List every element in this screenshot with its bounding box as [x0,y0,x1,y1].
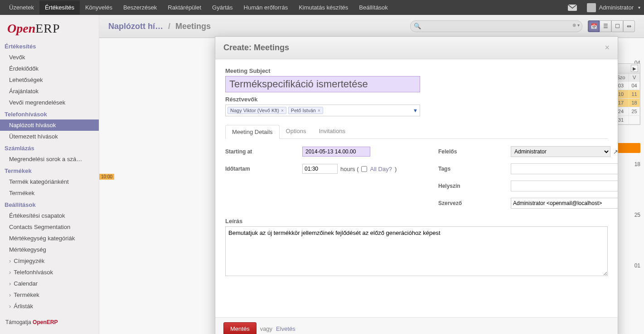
user-menu[interactable]: Administrator ▾ [587,3,640,12]
side-caret-0[interactable]: Címjegyzék [0,255,99,267]
topmenu-2[interactable]: Könyvelés [80,0,118,14]
side-caret-1[interactable]: Telefonhívások [0,267,99,278]
side-prod-by-cat[interactable]: Termék kategóriánként [0,176,99,187]
topmenu-7[interactable]: Kimutatás készítés [293,0,353,14]
topmenu-3[interactable]: Beszerzések [118,0,162,14]
save-button[interactable]: Mentés [223,322,257,334]
mail-icon[interactable] [568,5,577,11]
duration-label: Időtartam [225,166,293,172]
side-customers[interactable]: Vevők [0,52,99,63]
subject-label: Meeting Subject [225,67,608,74]
topmenu-1[interactable]: Értékesítés [39,0,80,14]
chevron-down-icon: ▾ [638,5,640,10]
side-segmentation[interactable]: Contacts Segmentation [0,221,99,233]
side-logged-calls[interactable]: Naplózott hívások [0,119,99,131]
sidegroup-settings: Beállítások [0,199,99,210]
location-label: Helyszín [438,183,502,189]
side-caret-3[interactable]: Termékek [0,289,99,301]
attendee-tag[interactable]: Nagy Viktor (Vevő Kft)× [228,107,286,114]
side-footer: Támogatja OpenERP [0,315,99,329]
organizer-input[interactable] [511,198,618,209]
side-scheduled-calls[interactable]: Ütemezett hívások [0,131,99,142]
subject-input[interactable] [225,76,420,92]
sidegroup-products: Termékek [0,165,99,176]
topbar: Üzenetek Értékesítés Könyvelés Beszerzés… [0,0,644,15]
modal-header: Create: Meetings × [215,37,618,59]
starting-input[interactable] [302,147,370,157]
avatar-icon [587,3,596,12]
sidegroup-calls: Telefonhívások [0,108,99,119]
side-quotations[interactable]: Árajánlatok [0,86,99,97]
desc-label: Leírás [225,218,608,224]
discard-link[interactable]: Elvetés [276,325,295,332]
topmenu-4[interactable]: Raktárépület [162,0,207,14]
topmenu-6[interactable]: Humán erőforrás [238,0,294,14]
topmenu-0[interactable]: Üzenetek [4,0,39,14]
side-uom[interactable]: Mértékegység [0,244,99,255]
create-meeting-modal: Create: Meetings × Meeting Subject Részt… [215,36,618,334]
allday-label[interactable]: All Day? [370,166,392,172]
location-input[interactable] [511,181,618,191]
sidegroup-invoicing: Számlázás [0,142,99,153]
modal-body: Meeting Subject Résztvevők Nagy Viktor (… [215,59,618,317]
description-textarea[interactable] [225,226,608,276]
close-icon[interactable]: × [605,43,610,52]
user-name: Administrator [599,4,634,11]
tags-input[interactable]: ▼ [511,163,618,174]
logo[interactable]: OpenERP [0,19,99,40]
side-salesteams[interactable]: Értékesítési csapatok [0,210,99,221]
side-orders[interactable]: Vevői megrendelések [0,97,99,108]
tab-details[interactable]: Meeting Details [225,125,280,139]
side-opportunities[interactable]: Lehetőségek [0,74,99,86]
side-caret-2[interactable]: Calendar [0,278,99,289]
attendees-input[interactable]: Nagy Viktor (Vevő Kft)× Pető István× ▼ [225,105,420,116]
tab-invitations[interactable]: Invitations [312,124,352,138]
attendees-label: Résztvevők [225,96,608,103]
side-leads[interactable]: Érdeklődők [0,63,99,74]
side-uom-categories[interactable]: Mértékegység kategóriák [0,233,99,244]
remove-tag-icon[interactable]: × [318,108,320,113]
external-link-icon[interactable]: ↗ [613,148,618,155]
content: Naplózott hí… / Meetings 🔍 ⊗ ▾ 📅 ☰ ☐ ⇔ 1… [99,15,644,334]
chevron-down-icon[interactable]: ▼ [413,108,418,113]
modal-footer: Mentés vagy Elvetés [215,317,618,334]
attendee-tag[interactable]: Pető István× [288,107,323,114]
form-tabs: Meeting Details Options Invitations [225,124,608,139]
allday-checkbox[interactable] [361,166,367,172]
sidebar: OpenERP Értékesítés Vevők Érdeklődők Leh… [0,15,99,334]
sidegroup-sales: Értékesítés [0,40,99,52]
owner-label: Felelős [438,148,502,155]
topmenu-5[interactable]: Gyártás [207,0,238,14]
tab-options[interactable]: Options [280,124,313,138]
side-caret-4[interactable]: Árlisták [0,301,99,312]
starting-label: Starting at [225,148,293,155]
side-orderlines-inv[interactable]: Megrendelési sorok a szá… [0,153,99,165]
remove-tag-icon[interactable]: × [281,108,284,113]
chevron-down-icon[interactable]: ▼ [617,166,618,171]
owner-select[interactable]: Administrator [511,146,610,157]
organizer-label: Szervező [438,200,502,206]
tags-label: Tags [438,166,502,172]
modal-title: Create: Meetings [223,43,289,52]
footer-brand-link[interactable]: OpenERP [33,319,58,325]
topmenu-8[interactable]: Beállítások [353,0,393,14]
side-products[interactable]: Termékek [0,187,99,199]
duration-input[interactable] [302,164,338,174]
